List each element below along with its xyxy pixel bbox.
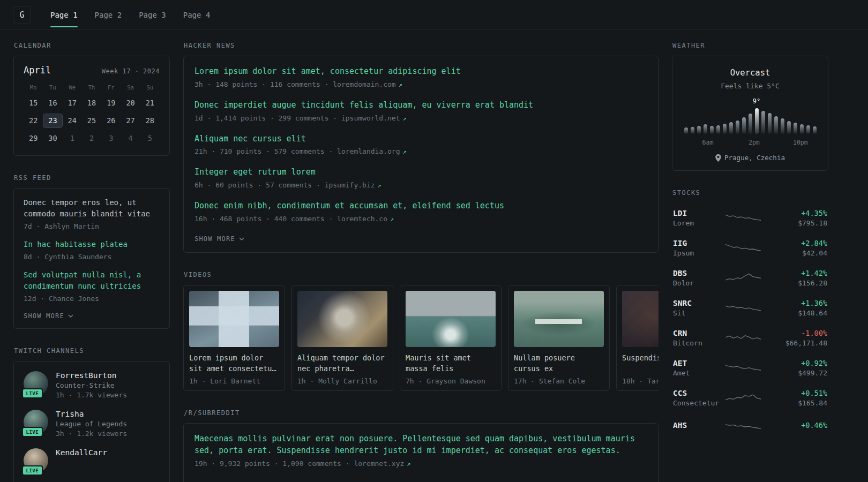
video-title: Nullam posuere cursus ex bbox=[514, 352, 604, 374]
page-tab[interactable]: Page 4 bbox=[176, 6, 218, 24]
page-tab[interactable]: Page 2 bbox=[87, 6, 130, 24]
video-meta: 17h · Stefan Cole bbox=[514, 377, 604, 385]
show-more-label: SHOW MORE bbox=[194, 235, 235, 243]
channel-game: Counter-Strike bbox=[56, 381, 127, 389]
stock-change: -1.00% bbox=[761, 329, 827, 337]
hn-item-link[interactable]: Aliquam nec cursus elit bbox=[194, 133, 306, 145]
hn-item-meta: 21h · 710 points · 579 comments · loreml… bbox=[194, 147, 647, 155]
twitch-channel[interactable]: LIVE KendallCarr bbox=[24, 448, 160, 473]
stock-price: $42.04 bbox=[761, 249, 827, 257]
calendar-weekday-row: MoTuWeThFrSaSu bbox=[24, 84, 160, 91]
stocks-widget: STOCKS LDI Lorem +4.35% $795.18 bbox=[672, 189, 828, 439]
hn-item: Lorem ipsum dolor sit amet, consectetur … bbox=[194, 66, 647, 88]
hn-item-link[interactable]: Integer eget rutrum lorem bbox=[194, 167, 316, 178]
rss-item: Donec tempor eros leo, ut commodo mauris… bbox=[24, 197, 160, 230]
rss-item-link[interactable]: In hac habitasse platea bbox=[24, 239, 128, 250]
weather-bar bbox=[813, 126, 817, 134]
stock-row[interactable]: DBS Dolor +1.42% $156.28 bbox=[672, 263, 828, 293]
stock-values: +1.42% $156.28 bbox=[761, 269, 827, 287]
hn-meta-text: 16h · 468 points · 440 comments · loremt… bbox=[194, 215, 387, 223]
weather-bar bbox=[729, 122, 733, 134]
video-meta: 18h · Tara bbox=[622, 377, 659, 385]
stock-name: Sit bbox=[673, 309, 725, 317]
calendar-day: 26 bbox=[101, 114, 121, 128]
stock-ticker: AHS bbox=[673, 421, 725, 430]
stock-values: +1.36% $148.64 bbox=[761, 299, 827, 317]
twitch-channel[interactable]: LIVE ForrestBurton Counter-Strike 1h · 1… bbox=[24, 371, 160, 399]
video-card[interactable]: Aliquam tempor dolor nec pharetra… 1h · … bbox=[291, 285, 393, 391]
rss-show-more-button[interactable]: SHOW MORE bbox=[24, 311, 73, 321]
calendar-header: April Week 17 · 2024 bbox=[24, 65, 160, 76]
hn-item-meta: 16h · 468 points · 440 comments · loremt… bbox=[194, 215, 647, 223]
hn-item-link[interactable]: Donec imperdiet augue tincidunt felis al… bbox=[194, 100, 533, 111]
calendar-weekday: Fr bbox=[101, 84, 121, 91]
weather-bar bbox=[704, 124, 707, 134]
stock-ticker: CCS bbox=[673, 389, 725, 397]
stock-values: -1.00% $66,171.48 bbox=[761, 329, 827, 347]
stock-row[interactable]: AHS +0.46% bbox=[672, 413, 828, 439]
twitch-channel[interactable]: LIVE Trisha League of Legends 3h · 1.2k … bbox=[24, 410, 160, 438]
hn-show-more-button[interactable]: SHOW MORE bbox=[194, 234, 244, 244]
hn-item-link[interactable]: Donec enim nibh, condimentum et accumsan… bbox=[194, 200, 504, 212]
calendar-day: 5 bbox=[140, 131, 160, 146]
stock-row[interactable]: CRN Bitcorn -1.00% $66,171.48 bbox=[672, 323, 828, 353]
subreddit-item-link[interactable]: Maecenas mollis pulvinar erat non posuer… bbox=[194, 433, 647, 457]
video-thumbnail bbox=[622, 291, 659, 347]
weather-bar bbox=[787, 121, 791, 134]
stock-id: AHS bbox=[673, 421, 725, 431]
hn-item-link[interactable]: Lorem ipsum dolor sit amet, consectetur … bbox=[194, 66, 461, 78]
section-title-subreddit: /R/SUBREDDIT bbox=[184, 409, 659, 417]
video-card[interactable]: Lorem ipsum dolor sit amet consectetu… 1… bbox=[183, 285, 285, 391]
stock-sparkline bbox=[725, 241, 761, 255]
video-card[interactable]: Nullam posuere cursus ex 17h · Stefan Co… bbox=[508, 285, 610, 391]
section-title-stocks: STOCKS bbox=[672, 189, 828, 197]
channel-info: Trisha League of Legends 3h · 1.2k viewe… bbox=[56, 410, 127, 438]
stock-row[interactable]: SNRC Sit +1.36% $148.64 bbox=[672, 293, 828, 323]
stock-row[interactable]: CCS Consectetur +0.51% $165.84 bbox=[672, 383, 828, 413]
section-title-calendar: CALENDAR bbox=[14, 42, 170, 49]
video-title: Lorem ipsum dolor sit amet consectetu… bbox=[189, 352, 279, 374]
stock-row[interactable]: AET Amet +0.92% $499.72 bbox=[672, 353, 828, 383]
rss-item-link[interactable]: Donec tempor eros leo, ut commodo mauris… bbox=[24, 197, 160, 220]
rss-item-link[interactable]: Sed volutpat nulla nisl, a condimentum n… bbox=[24, 269, 160, 292]
weather-bar bbox=[710, 126, 714, 134]
stock-ticker: SNRC bbox=[673, 299, 725, 307]
page-tab-label: Page 1 bbox=[50, 11, 78, 19]
calendar-day: 20 bbox=[121, 96, 140, 110]
video-card[interactable]: Suspendisse diam 18h · Tara bbox=[616, 285, 659, 391]
stock-values: +0.46% bbox=[761, 421, 827, 431]
hackernews-card: Lorem ipsum dolor sit amet, consectetur … bbox=[183, 56, 659, 253]
video-thumbnail bbox=[514, 291, 604, 347]
hn-meta-text: 6h · 60 points · 57 comments · ipsumify.… bbox=[194, 181, 375, 189]
stock-values: +2.84% $42.04 bbox=[761, 239, 827, 257]
external-link-icon: ↗ bbox=[403, 115, 407, 122]
stock-sparkline bbox=[725, 301, 761, 315]
content: CALENDAR April Week 17 · 2024 MoTuWeThFr… bbox=[0, 30, 868, 482]
weather-bar bbox=[794, 123, 797, 134]
stock-row[interactable]: LDI Lorem +4.35% $795.18 bbox=[672, 203, 828, 233]
channel-name: ForrestBurton bbox=[56, 371, 127, 380]
weather-hour-label: 2pm bbox=[749, 139, 760, 146]
stock-row[interactable]: IIG Ipsum +2.84% $42.04 bbox=[672, 233, 828, 263]
external-link-icon: ↗ bbox=[407, 460, 410, 468]
weather-bar bbox=[774, 116, 778, 134]
stock-ticker: DBS bbox=[673, 269, 725, 277]
stock-ticker: IIG bbox=[673, 239, 725, 247]
calendar-day: 1 bbox=[63, 131, 82, 146]
stock-id: DBS Dolor bbox=[673, 269, 725, 287]
page-tab[interactable]: Page 3 bbox=[131, 6, 174, 24]
page-tab[interactable]: Page 1 bbox=[43, 6, 85, 24]
videos-widget: VIDEOS Lorem ipsum dolor sit amet consec… bbox=[183, 271, 659, 391]
video-meta: 7h · Grayson Dawson bbox=[406, 377, 496, 385]
weather-bar bbox=[800, 124, 804, 134]
stock-id: SNRC Sit bbox=[673, 299, 725, 317]
weather-feels-like: Feels like 5°C bbox=[682, 82, 818, 90]
rss-item-meta: 8d · Cynthia Saunders bbox=[24, 253, 160, 261]
avatar: LIVE bbox=[24, 371, 48, 396]
hn-item: Donec imperdiet augue tincidunt felis al… bbox=[194, 100, 647, 122]
weather-bar bbox=[697, 126, 701, 134]
hn-item-meta: 3h · 148 points · 116 comments · loremdo… bbox=[194, 80, 647, 88]
stock-sparkline bbox=[725, 211, 761, 225]
video-card[interactable]: Mauris sit amet massa felis 7h · Grayson… bbox=[400, 285, 502, 391]
weather-bar bbox=[736, 120, 739, 134]
